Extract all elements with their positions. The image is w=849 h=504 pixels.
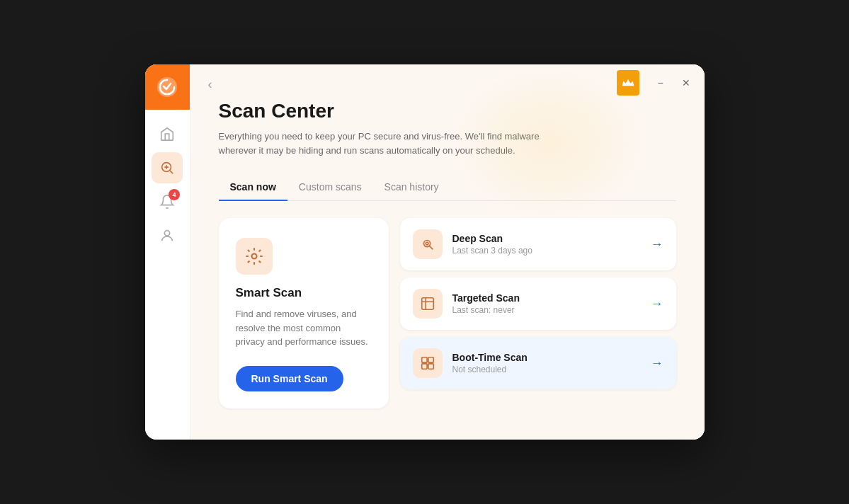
svg-rect-10 — [428, 364, 433, 369]
close-button[interactable]: ✕ — [676, 73, 696, 93]
svg-rect-6 — [421, 298, 433, 310]
targeted-scan-info: Targeted Scan Last scan: never — [452, 292, 641, 315]
deep-scan-icon-container — [413, 229, 443, 259]
boot-time-scan-icon-container — [413, 348, 443, 378]
sidebar-item-alerts[interactable]: 4 — [152, 186, 183, 217]
smart-scan-card: Smart Scan Find and remove viruses, and … — [219, 218, 389, 408]
boot-time-scan-arrow: → — [651, 356, 663, 371]
boot-scan-icon — [420, 355, 435, 371]
back-button[interactable]: ‹ — [199, 73, 222, 96]
targeted-scan-title: Targeted Scan — [452, 292, 641, 304]
smart-scan-icon-container — [236, 238, 273, 275]
brain-icon — [244, 246, 264, 266]
smart-scan-title: Smart Scan — [236, 286, 302, 300]
targeted-scan-icon-container — [413, 289, 443, 319]
cards-grid: Smart Scan Find and remove viruses, and … — [219, 218, 676, 408]
page-title: Scan Center — [219, 100, 676, 122]
tabs: Scan now Custom scans Scan history — [219, 174, 676, 201]
boot-time-scan-title: Boot-Time Scan — [452, 352, 641, 363]
deep-scan-subtitle: Last scan 3 days ago — [452, 246, 641, 256]
svg-rect-9 — [421, 364, 426, 369]
targeted-scan-icon — [420, 296, 435, 311]
account-icon — [159, 228, 175, 244]
deep-scan-card[interactable]: Deep Scan Last scan 3 days ago → — [400, 218, 676, 270]
scan-icon — [159, 160, 175, 176]
premium-badge[interactable] — [617, 70, 639, 96]
svg-point-5 — [426, 242, 428, 245]
main-content: − ✕ ‹ Scan Center Everything you need to… — [190, 64, 705, 440]
sidebar-item-account[interactable] — [152, 220, 183, 251]
boot-time-scan-info: Boot-Time Scan Not scheduled — [452, 352, 641, 374]
app-window: 4 − ✕ ‹ Scan C — [145, 64, 705, 440]
scan-options-list: Deep Scan Last scan 3 days ago → — [400, 218, 676, 408]
crown-icon — [621, 76, 635, 90]
targeted-scan-subtitle: Last scan: never — [452, 305, 641, 315]
sidebar-nav: 4 — [152, 110, 183, 440]
deep-scan-info: Deep Scan Last scan 3 days ago — [452, 233, 641, 256]
logo-icon — [156, 76, 178, 98]
content-area: Scan Center Everything you need to keep … — [190, 64, 705, 440]
deep-scan-arrow: → — [651, 237, 663, 252]
deep-scan-icon — [420, 236, 435, 252]
boot-time-scan-subtitle: Not scheduled — [452, 365, 641, 374]
tab-custom-scans[interactable]: Custom scans — [287, 174, 373, 201]
app-logo — [145, 64, 190, 110]
smart-scan-description: Find and remove viruses, and resolve the… — [236, 307, 372, 349]
run-smart-scan-button[interactable]: Run Smart Scan — [236, 366, 343, 391]
boot-time-scan-card[interactable]: Boot-Time Scan Not scheduled → — [400, 337, 676, 389]
alert-badge: 4 — [169, 189, 180, 200]
deep-scan-title: Deep Scan — [452, 233, 641, 244]
svg-point-3 — [251, 254, 256, 259]
sidebar: 4 — [145, 64, 190, 440]
svg-point-2 — [164, 231, 169, 236]
home-icon — [159, 126, 175, 142]
title-bar: − ✕ — [608, 64, 705, 101]
page-subtitle: Everything you need to keep your PC secu… — [219, 130, 573, 157]
minimize-button[interactable]: − — [651, 73, 671, 93]
svg-rect-7 — [421, 357, 426, 362]
svg-rect-8 — [428, 357, 433, 362]
tab-scan-now[interactable]: Scan now — [219, 174, 287, 201]
sidebar-item-home[interactable] — [152, 118, 183, 149]
sidebar-item-scan[interactable] — [152, 152, 183, 183]
targeted-scan-arrow: → — [651, 297, 663, 311]
tab-scan-history[interactable]: Scan history — [373, 174, 450, 201]
targeted-scan-card[interactable]: Targeted Scan Last scan: never → — [400, 277, 676, 330]
